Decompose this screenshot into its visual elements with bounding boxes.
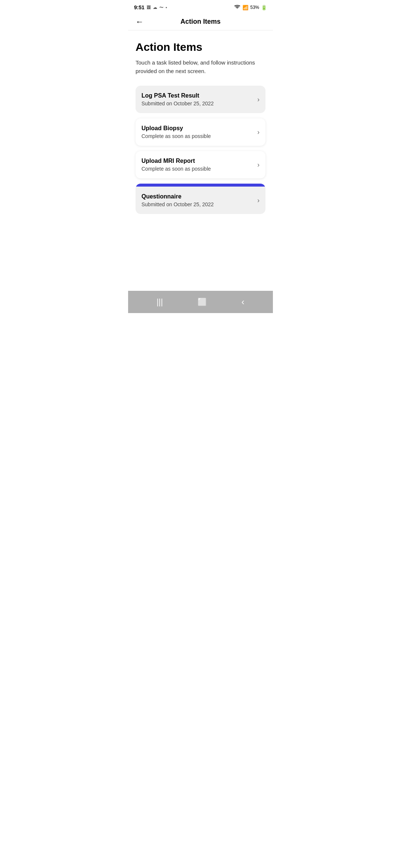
status-time: 9:51 🖼 ☁ 〜 • — [134, 4, 167, 10]
action-card-title: Questionnaire — [141, 193, 254, 200]
bottom-nav: ||| ⬜ ‹ — [128, 291, 273, 313]
action-card-title: Upload Biopsy — [141, 125, 254, 132]
page-title: Action Items — [136, 41, 265, 53]
photo-icon: 🖼 — [147, 5, 151, 10]
progress-bar — [136, 184, 265, 187]
action-card-subtitle: Submitted on October 25, 2022 — [141, 101, 254, 106]
main-content: Action Items Touch a task listed below, … — [128, 30, 273, 291]
action-item-upload-mri[interactable]: Upload MRI Report Complete as soon as po… — [136, 151, 265, 178]
action-item-upload-biopsy[interactable]: Upload Biopsy Complete as soon as possib… — [136, 118, 265, 146]
recent-apps-icon: ||| — [157, 297, 163, 307]
chevron-right-icon: › — [257, 161, 260, 169]
status-bar: 9:51 🖼 ☁ 〜 • 📶 53% 🔋 — [128, 0, 273, 13]
back-nav-button[interactable]: ‹ — [238, 294, 247, 310]
page-subtitle: Touch a task listed below, and follow in… — [136, 59, 265, 75]
progress-bar-fill — [136, 184, 265, 187]
signal-icon: 📶 — [242, 5, 248, 10]
action-card-title: Upload MRI Report — [141, 158, 254, 164]
wave-icon: 〜 — [159, 5, 163, 10]
recent-apps-button[interactable]: ||| — [154, 294, 166, 310]
battery-display: 53% — [250, 5, 259, 10]
action-card-subtitle: Complete as soon as possible — [141, 166, 254, 172]
dot-icon: • — [166, 5, 167, 10]
action-item-log-psa[interactable]: Log PSA Test Result Submitted on October… — [136, 86, 265, 113]
action-card-text: Log PSA Test Result Submitted on October… — [141, 92, 254, 106]
back-nav-icon: ‹ — [241, 297, 244, 307]
action-card-subtitle: Complete as soon as possible — [141, 133, 254, 139]
action-card-text: Upload MRI Report Complete as soon as po… — [141, 158, 254, 172]
battery-icon: 🔋 — [261, 5, 267, 10]
action-card-text: Upload Biopsy Complete as soon as possib… — [141, 125, 254, 139]
chevron-right-icon: › — [257, 197, 260, 204]
home-icon: ⬜ — [198, 297, 207, 306]
back-icon: ← — [136, 17, 144, 27]
chevron-right-icon: › — [257, 128, 260, 136]
action-item-questionnaire[interactable]: Questionnaire Submitted on October 25, 2… — [136, 184, 265, 214]
home-button[interactable]: ⬜ — [195, 295, 210, 309]
action-list: Log PSA Test Result Submitted on October… — [136, 86, 265, 214]
nav-title: Action Items — [180, 18, 221, 26]
cloud-icon: ☁ — [153, 5, 157, 10]
chevron-right-icon: › — [257, 96, 260, 103]
back-button[interactable]: ← — [134, 16, 145, 28]
status-indicators: 📶 53% 🔋 — [234, 4, 267, 11]
action-card-title: Log PSA Test Result — [141, 92, 254, 99]
action-card-subtitle: Submitted on October 25, 2022 — [141, 201, 254, 207]
time-display: 9:51 — [134, 4, 144, 10]
action-card-inner: Questionnaire Submitted on October 25, 2… — [136, 187, 265, 214]
nav-bar: ← Action Items — [128, 13, 273, 30]
action-card-text: Questionnaire Submitted on October 25, 2… — [141, 193, 254, 207]
wifi-icon — [234, 4, 241, 11]
